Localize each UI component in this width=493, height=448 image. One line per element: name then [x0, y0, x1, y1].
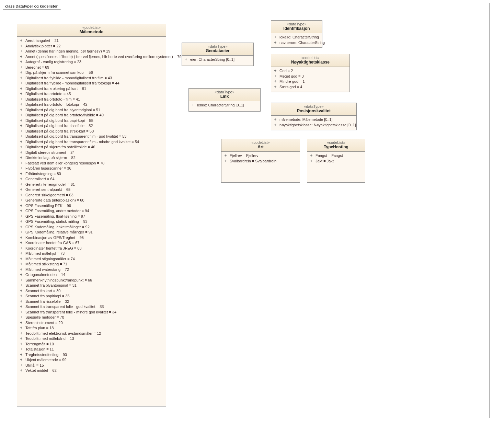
- uml-attr-visibility: +: [20, 342, 23, 347]
- uml-attribute-row: +Scannet fra kart = 30: [20, 288, 164, 294]
- uml-attr-visibility: +: [274, 35, 277, 40]
- uml-attr-text: Digitalisert fra ortofoto = 45: [25, 91, 71, 97]
- uml-attr-visibility: +: [20, 54, 23, 60]
- uml-attr-text: Digitalisert fra flybilde - monodigitali…: [25, 81, 119, 86]
- uml-attr-text: Dig. på skjerm fra scannet samkopi = 56: [25, 70, 93, 76]
- uml-attr-visibility: +: [20, 256, 23, 262]
- uml-attribute-row: +Generert sentralpunkt = 65: [20, 187, 164, 193]
- diagram-canvas: class Datatyper og kodelister «codeList»…: [0, 0, 493, 448]
- uml-attribute-row: +Teodolitt med målebånd = 13: [20, 336, 164, 342]
- uml-attr-text: Annet (spesifiseres i filhode) ( bør vel…: [25, 54, 182, 60]
- uml-attribute-row: +Scannet fra papirkopi = 35: [20, 294, 164, 299]
- uml-attr-text: Terrengmålt = 10: [25, 342, 54, 347]
- uml-class-header: «codeList»Art: [221, 139, 300, 152]
- uml-attribute-row: +eier: CharacterString [0..1]: [185, 57, 251, 62]
- uml-attr-visibility: +: [20, 81, 23, 86]
- uml-attr-visibility: +: [20, 102, 23, 107]
- uml-attr-text: Digitalisert på dig.bord fra papirkopi =…: [25, 118, 93, 124]
- uml-attr-visibility: +: [310, 153, 313, 159]
- uml-attribute-row: +Direkte innlagt på skjerm = 82: [20, 155, 164, 161]
- uml-attribute-row: +nøyaktighetsklasse: Nøyaktighetsklasse …: [274, 123, 354, 128]
- uml-attr-visibility: +: [20, 225, 23, 230]
- uml-class-name: Link: [191, 94, 258, 99]
- uml-class-header: «dataType»Geodataeier: [182, 43, 253, 56]
- uml-attr-visibility: +: [224, 159, 227, 164]
- uml-attr-visibility: +: [20, 161, 23, 166]
- uml-class-name: Art: [223, 145, 298, 149]
- uml-attr-text: Digitalisert på dig.bord fra transparent…: [25, 134, 126, 139]
- uml-attr-visibility: +: [20, 70, 23, 76]
- uml-attribute-row: +Digitalisert på dig.bord fra blyantorig…: [20, 107, 164, 113]
- uml-attr-visibility: +: [20, 134, 23, 139]
- uml-class-link: «dataType»Link+lenke: CharacterString [0…: [188, 88, 261, 112]
- uml-attr-text: Jakt = Jakt: [316, 159, 334, 164]
- uml-attribute-row: +Fjellrev = Fjellrev: [224, 153, 298, 159]
- uml-attribute-row: +målemetode: Målemetode [0..1]: [274, 117, 354, 123]
- uml-attr-visibility: +: [20, 139, 23, 145]
- uml-attr-visibility: +: [20, 107, 23, 113]
- uml-attr-text: Frihåndstegning = 80: [25, 171, 61, 177]
- uml-class-header: «codeList»Nøyaktighetsklasse: [271, 54, 349, 67]
- uml-class-body: +eier: CharacterString [0..1]: [182, 56, 253, 65]
- uml-attr-text: Scannet fra blyantoriginal = 31: [25, 283, 77, 288]
- uml-class-art: «codeList»Art+Fjellrev = Fjellrev+Svalba…: [221, 139, 300, 183]
- uml-attr-text: Ortogonalmetoden = 14: [25, 272, 65, 278]
- uml-attr-visibility: +: [20, 214, 23, 219]
- uml-attr-text: GPS Kodemåling, enkeltmålinger = 92: [25, 225, 90, 230]
- uml-class-body: +lenke: CharacterString [0..1]: [189, 101, 260, 110]
- uml-class-body: +God = 2+Meget god = 3+Mindre god = 1+Sæ…: [271, 67, 349, 92]
- uml-attr-text: lenke: CharacterString [0..1]: [197, 103, 244, 108]
- uml-attr-visibility: +: [20, 65, 23, 70]
- uml-attr-visibility: +: [20, 278, 23, 283]
- uml-attr-visibility: +: [20, 331, 23, 336]
- uml-attr-text: lokalId: CharacterString: [279, 35, 319, 40]
- uml-attribute-row: +Annet (spesifiseres i filhode) ( bør ve…: [20, 54, 164, 60]
- uml-attr-visibility: +: [20, 230, 23, 235]
- uml-attribute-row: +Analytisk plotter = 22: [20, 44, 164, 49]
- uml-attribute-row: +Digitalt stereoinstrument = 24: [20, 150, 164, 156]
- uml-stereotype: «codeList»: [309, 140, 363, 145]
- uml-attr-text: Vektet middel = 62: [25, 368, 57, 374]
- uml-attr-visibility: +: [192, 103, 194, 108]
- uml-attribute-row: +lenke: CharacterString [0..1]: [192, 103, 258, 108]
- uml-attr-text: Svalbardrein = Svalbardrein: [230, 159, 276, 164]
- uml-attr-text: GPS Kodemåling, relative målinger = 91: [25, 230, 93, 235]
- uml-class-noyaktighet: «codeList»Nøyaktighetsklasse+God = 2+Meg…: [271, 54, 350, 92]
- uml-attribute-row: +Koordinater hentet fra GAB = 67: [20, 240, 164, 246]
- uml-attr-text: navnerom: CharacterString: [279, 40, 325, 46]
- uml-attr-visibility: +: [20, 304, 23, 310]
- uml-attr-visibility: +: [20, 310, 23, 315]
- uml-attr-text: Ukjent målemetode = 99: [25, 357, 67, 363]
- uml-attr-text: Mindre god = 1: [279, 79, 305, 84]
- uml-attr-text: Koordinater hentet fra GAB = 67: [25, 240, 79, 246]
- uml-attribute-row: +GPS Fasemåling, andre metoder = 94: [20, 208, 164, 214]
- uml-attr-text: Målt med waterstang = 72: [25, 267, 69, 273]
- uml-attr-text: Teodolitt med elektronisk avstandsmåler …: [25, 331, 101, 336]
- uml-attr-text: Annet (denne har ingen mening, bør fjern…: [25, 49, 110, 54]
- uml-attribute-row: +Ortogonalmetoden = 14: [20, 272, 164, 278]
- uml-attribute-row: +Beregnet = 69: [20, 65, 164, 70]
- uml-class-name: Nøyaktighetsklasse: [273, 60, 347, 65]
- uml-attribute-row: +Målt med stigningsmåler = 74: [20, 256, 164, 262]
- uml-attr-visibility: +: [20, 145, 23, 150]
- uml-attr-visibility: +: [20, 294, 23, 299]
- uml-attribute-row: +Sammenknytningspunkt/randpunkt = 66: [20, 278, 164, 283]
- uml-attr-visibility: +: [20, 267, 23, 273]
- uml-attr-visibility: +: [20, 49, 23, 54]
- uml-attr-visibility: +: [20, 113, 23, 118]
- uml-class-header: «codeList»Målemetode: [17, 24, 166, 37]
- uml-attr-text: Kombinasjon av GPS/Treghet = 95: [25, 235, 84, 241]
- uml-attribute-row: +Digitalisert på dig.bord fra transparen…: [20, 139, 164, 145]
- uml-attr-visibility: +: [20, 240, 23, 246]
- uml-stereotype: «codeList»: [273, 56, 347, 60]
- uml-attr-visibility: +: [20, 129, 23, 134]
- uml-attr-visibility: +: [310, 159, 313, 164]
- uml-attr-visibility: +: [20, 97, 23, 102]
- uml-attribute-row: +Digitalisert fra ortofoto - fotokopi = …: [20, 102, 164, 107]
- uml-attribute-row: +Aerotriangulert = 21: [20, 38, 164, 44]
- uml-attr-text: Fangst = Fangst: [316, 153, 343, 159]
- uml-attr-visibility: +: [274, 84, 277, 90]
- uml-attribute-row: +Generert i terrengmodell = 61: [20, 182, 164, 187]
- uml-attr-visibility: +: [274, 79, 277, 84]
- diagram-frame: class Datatyper og kodelister «codeList»…: [3, 3, 490, 418]
